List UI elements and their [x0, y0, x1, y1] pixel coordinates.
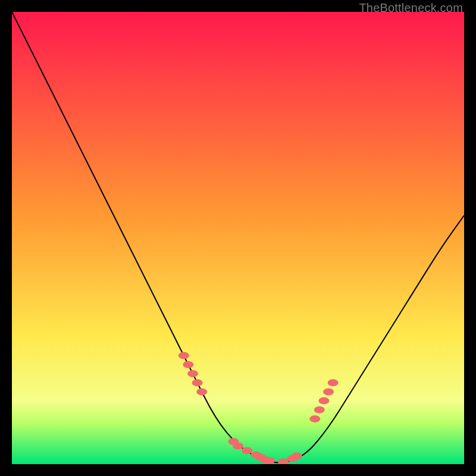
marker-point [292, 452, 302, 459]
bottleneck-chart [12, 12, 464, 464]
marker-point [196, 388, 207, 395]
marker-point [192, 379, 203, 386]
marker-point [309, 415, 320, 422]
marker-point [242, 447, 252, 454]
marker-point [178, 352, 189, 359]
marker-point [187, 370, 198, 377]
marker-point [318, 397, 329, 405]
marker-point [264, 457, 275, 464]
marker-point [323, 388, 334, 395]
gradient-background [12, 12, 464, 464]
watermark-text: TheBottleneck.com [359, 1, 463, 15]
marker-point [183, 361, 193, 368]
marker-point [328, 379, 339, 386]
marker-point [314, 406, 325, 414]
marker-point [233, 443, 243, 450]
